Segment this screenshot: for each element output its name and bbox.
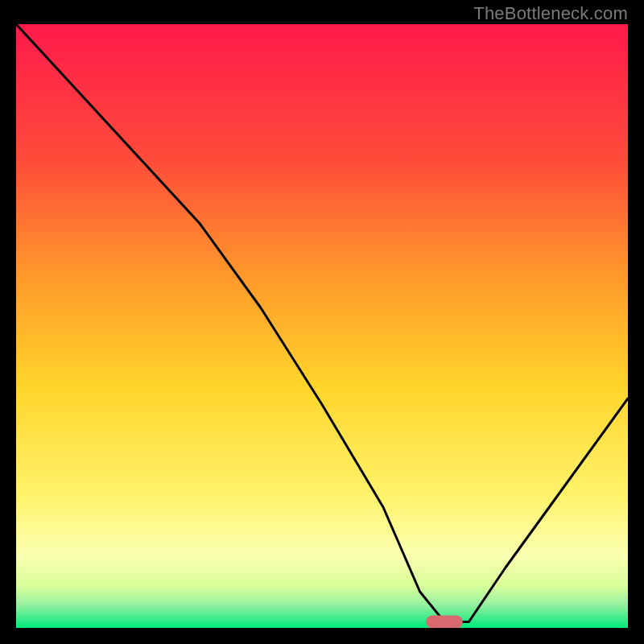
plot-area [16,24,628,628]
chart-svg [16,24,628,628]
watermark-label: TheBottleneck.com [473,3,628,24]
gradient-background [16,24,628,628]
optimal-marker [426,616,463,629]
chart-frame: TheBottleneck.com [0,0,644,644]
